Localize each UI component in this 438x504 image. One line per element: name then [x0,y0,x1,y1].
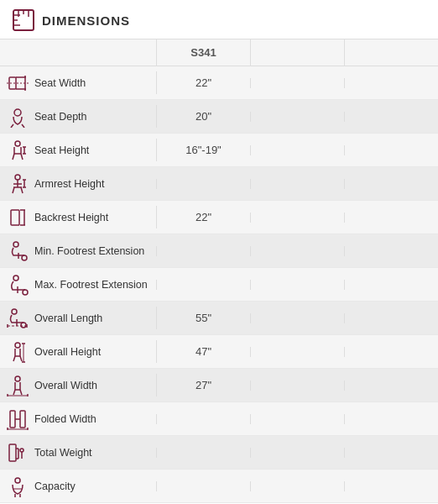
dim-col3-min-footrest [344,246,438,256]
dim-col3-overall-length [344,313,438,323]
svg-point-38 [13,276,18,281]
svg-line-50 [13,356,15,361]
svg-point-71 [20,449,23,452]
svg-line-57 [20,390,22,395]
dim-value-capacity [156,481,250,491]
dim-label-text: Capacity [34,480,76,492]
table-row: Armrest Height [0,167,438,201]
svg-line-17 [21,154,23,160]
svg-rect-67 [9,444,16,461]
col1-header: S341 [156,39,250,66]
svg-point-15 [15,141,20,146]
dim-label-overall-height: Overall Height [0,336,156,368]
overall-height-icon [7,341,29,363]
table-body: Seat Width 22" Seat Depth 20" [0,66,438,503]
overall-length-icon [7,307,29,329]
dim-label-text: Max. Footrest Extension [34,279,148,291]
dim-col3-max-footrest [344,280,438,290]
dim-col3-seat-height [344,145,438,155]
dim-col3-armrest-height [344,179,438,189]
svg-point-12 [14,109,21,116]
table-row: Capacity [0,470,438,503]
table-row: Overall Width 27" [0,369,438,402]
svg-line-13 [22,124,24,128]
dim-col2-overall-width [250,381,344,391]
dim-col2-max-footrest [250,280,344,290]
dim-value-min-footrest [156,246,250,256]
dim-value-max-footrest [156,280,250,290]
dim-col3-total-weight [344,448,438,458]
dim-label-overall-length: Overall Length [0,302,156,334]
overall-width-icon [7,375,29,396]
dim-value-seat-height: 16"-19" [156,139,250,161]
table-row: Seat Depth 20" [0,100,438,134]
folded-width-icon [7,408,29,430]
dim-col3-backrest-height [344,213,438,223]
dim-value-backrest-height: 22" [156,206,250,228]
dim-col2-seat-width [250,78,344,88]
dim-col2-overall-length [250,313,344,323]
svg-point-42 [12,309,17,314]
dim-col3-folded-width [344,414,438,424]
svg-rect-30 [11,210,19,225]
svg-rect-62 [20,411,25,428]
dim-label-overall-width: Overall Width [0,370,156,402]
dim-label-text: Overall Length [34,312,102,324]
min-footrest-icon [7,240,29,262]
table-row: Seat Width 22" [0,66,438,100]
dimensions-table: S341 Seat Width 22" [0,39,438,503]
dim-label-text: Backrest Height [34,212,108,223]
dim-label-seat-depth: Seat Depth [0,101,156,133]
dim-label-text: Seat Height [34,144,89,156]
seat-depth-icon [7,106,29,128]
table-row: Max. Footrest Extension [0,268,438,302]
dimensions-icon [12,8,35,32]
svg-point-21 [15,175,20,180]
seat-width-icon [7,72,29,94]
svg-point-55 [15,376,20,381]
dim-col2-seat-height [250,145,344,155]
dim-col2-overall-height [250,347,344,357]
dim-label-backrest-height: Backrest Height [0,202,156,234]
table-row: Total Weight [0,436,438,470]
dim-col2-backrest-height [250,213,344,223]
dim-col2-armrest-height [250,179,344,189]
dim-label-max-footrest: Max. Footrest Extension [0,269,156,301]
svg-line-25 [13,187,14,193]
svg-point-37 [22,255,27,260]
svg-point-41 [23,290,28,295]
svg-line-16 [13,154,14,160]
dim-value-overall-width: 27" [156,374,250,396]
svg-line-14 [11,124,13,128]
table-row: Overall Length 55" [0,302,438,335]
dim-label-text: Total Weight [34,447,92,459]
dim-col3-seat-width [344,78,438,88]
dim-col3-overall-height [344,347,438,357]
svg-point-49 [15,343,20,348]
dim-label-seat-height: Seat Height [0,134,156,166]
dim-label-text: Armrest Height [34,178,104,190]
dim-label-folded-width: Folded Width [0,403,156,435]
seat-height-icon [7,139,29,161]
table-row: Min. Footrest Extension [0,234,438,268]
dim-label-text: Seat Width [34,77,86,89]
page-title: DIMENSIONS [42,13,130,28]
dim-label-total-weight: Total Weight [0,437,156,469]
svg-line-26 [21,187,23,193]
dim-col3-overall-width [344,381,438,391]
dim-label-capacity: Capacity [0,470,156,502]
dim-col2-total-weight [250,448,344,458]
armrest-height-icon [7,173,29,195]
table-row: Seat Height 16"-19" [0,134,438,167]
dim-col2-capacity [250,481,344,491]
dimensions-header: DIMENSIONS [0,0,438,39]
svg-line-56 [13,390,15,395]
dim-value-total-weight [156,448,250,458]
col3-header [344,39,438,66]
dim-label-text: Seat Depth [34,111,87,123]
dim-label-text: Overall Width [34,380,97,391]
dim-value-armrest-height [156,179,250,189]
svg-point-73 [15,478,20,483]
dim-col3-seat-depth [344,112,438,122]
svg-line-51 [20,356,22,361]
